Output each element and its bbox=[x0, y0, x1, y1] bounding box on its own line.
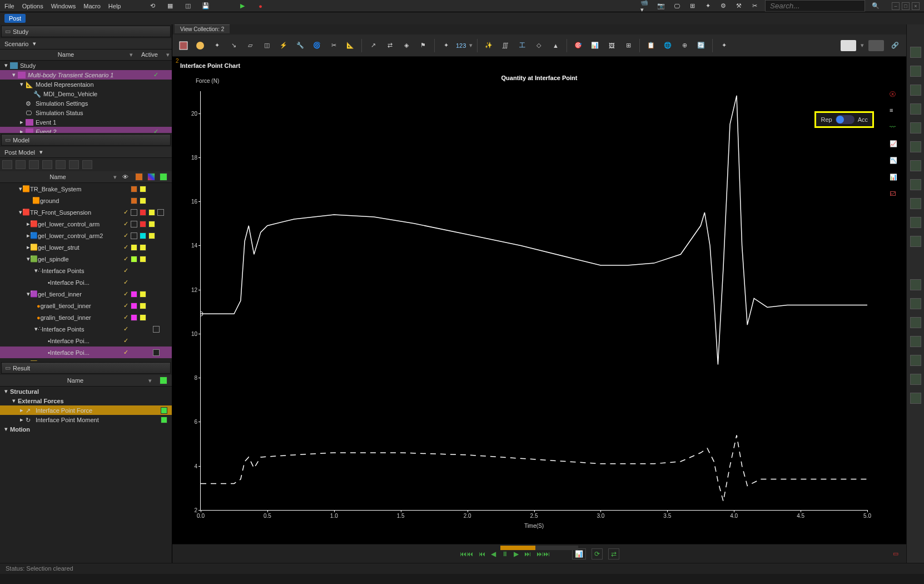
tool-icon[interactable]: 🖼 bbox=[605, 39, 618, 52]
view-tab-active[interactable]: View Collection: 2 bbox=[175, 24, 230, 33]
sphere-icon[interactable] bbox=[193, 39, 207, 52]
prev-frame-button[interactable]: ⏮ bbox=[479, 550, 485, 558]
pause-button[interactable]: ⏸ bbox=[501, 550, 508, 558]
shaded-icon[interactable] bbox=[910, 103, 921, 115]
tool-icon[interactable]: 🎯 bbox=[572, 39, 585, 52]
wave-icon[interactable] bbox=[910, 198, 921, 209]
loop-button[interactable]: ⇄ bbox=[608, 548, 619, 560]
tool-icon[interactable]: ↗ bbox=[366, 39, 380, 52]
tool-r7-icon[interactable] bbox=[910, 393, 921, 404]
tree-row-modelrep[interactable]: ▾📐Model Representaion bbox=[0, 80, 172, 89]
playback-progress[interactable] bbox=[500, 546, 578, 550]
tool-icon[interactable] bbox=[16, 160, 26, 169]
first-frame-button[interactable]: ⏮⏮ bbox=[460, 550, 473, 558]
search-icon[interactable]: 🔍 bbox=[871, 1, 881, 11]
tool-icon[interactable]: ◫ bbox=[260, 39, 274, 52]
axes-view-icon[interactable] bbox=[910, 122, 921, 133]
chevron-down-icon[interactable]: ▾ bbox=[39, 149, 43, 156]
tree-row-event1[interactable]: ▸Event 1 bbox=[0, 117, 172, 127]
curve-icon[interactable] bbox=[910, 217, 921, 228]
model-row-gralin[interactable]: ●gralin_tierod_inner✓ bbox=[0, 311, 172, 323]
collapse-icon[interactable]: ▭ bbox=[5, 364, 11, 372]
tool-c-icon[interactable]: ✂ bbox=[749, 1, 759, 11]
display-mode-a[interactable] bbox=[841, 40, 856, 51]
tool-icon[interactable]: ◈ bbox=[400, 39, 413, 52]
tool-icon[interactable]: ⊕ bbox=[678, 39, 691, 52]
tool-icon[interactable]: ✦ bbox=[717, 39, 731, 52]
result-row-motion[interactable]: ▾Motion bbox=[0, 424, 172, 434]
tree-row-simsettings[interactable]: ⚙Simulation Settings bbox=[0, 98, 172, 108]
tool-r6-icon[interactable] bbox=[910, 374, 921, 385]
tool-r1-icon[interactable] bbox=[910, 279, 921, 290]
legend-icon[interactable]: ≡ bbox=[890, 107, 901, 117]
tree-row-scenario[interactable]: ▾Multi-body Transient Scenario 1✓ bbox=[0, 70, 172, 80]
tool-icon[interactable]: ⚡ bbox=[277, 39, 290, 52]
wireframe-icon[interactable] bbox=[910, 85, 921, 96]
result-section-header[interactable]: ▭ Result bbox=[1, 362, 171, 374]
search-input[interactable] bbox=[765, 0, 865, 12]
model-row-tierod-outer[interactable]: ▸🟨gel_tierod_outer✓ bbox=[0, 358, 172, 361]
chart-type2-icon[interactable]: 📉 bbox=[890, 157, 901, 167]
record-icon[interactable]: ● bbox=[255, 1, 265, 11]
model-row-interface-points[interactable]: ▾∴Interface Points✓ bbox=[0, 265, 172, 276]
tree-row-event2[interactable]: ▸Event 2✓ bbox=[0, 127, 172, 133]
scenario-bar[interactable]: Scenario ▾ bbox=[0, 38, 172, 50]
cube-icon[interactable] bbox=[177, 39, 190, 52]
maximize-button[interactable]: □ bbox=[902, 2, 910, 10]
layout-icon[interactable]: ▦ bbox=[165, 1, 175, 11]
tree-row-vehicle[interactable]: 🔧MDI_Demo_Vehicle bbox=[0, 89, 172, 98]
tool-icon[interactable]: ✂ bbox=[327, 39, 340, 52]
last-frame-button[interactable]: ⏭⏭ bbox=[536, 550, 550, 558]
save-icon[interactable]: 💾 bbox=[201, 1, 211, 11]
tool-icon[interactable] bbox=[42, 160, 52, 169]
snapshot-icon[interactable]: 📷 bbox=[656, 1, 666, 11]
chart-type-icon[interactable]: 📈 bbox=[890, 140, 901, 150]
result-row-ipf[interactable]: ▸↗Interface Point Force bbox=[0, 405, 172, 415]
result-row-ipm[interactable]: ▸↻Interface Point Moment bbox=[0, 415, 172, 424]
display-mode-b[interactable] bbox=[868, 40, 884, 51]
tool-icon[interactable]: 🔧 bbox=[294, 39, 307, 52]
model-row-interface-poi2[interactable]: •Interface Poi...✓ bbox=[0, 335, 172, 347]
menu-macro[interactable]: Macro bbox=[83, 3, 101, 9]
model-row-ground[interactable]: 🟧ground bbox=[0, 195, 172, 206]
study-section-header[interactable]: ▭ Study bbox=[1, 26, 171, 37]
tool-icon[interactable] bbox=[29, 160, 39, 169]
model-row-gel-strut[interactable]: ▸🟨gel_lower_strut✓ bbox=[0, 241, 172, 253]
tool-r3-icon[interactable] bbox=[910, 317, 921, 328]
tool-icon[interactable]: ∭ bbox=[499, 39, 512, 52]
refresh-icon[interactable]: ⟲ bbox=[147, 1, 157, 11]
tool-icon[interactable]: 📐 bbox=[344, 39, 357, 52]
tool-icon[interactable]: 🌀 bbox=[310, 39, 324, 52]
play-icon[interactable]: ▶ bbox=[237, 1, 247, 11]
record-indicator-icon[interactable]: ▭ bbox=[893, 550, 898, 557]
tool-icon[interactable] bbox=[82, 160, 92, 169]
tool-a-icon[interactable]: ⚙ bbox=[718, 1, 728, 11]
menu-windows[interactable]: Windows bbox=[51, 3, 76, 9]
close-chart-icon[interactable]: ⓧ bbox=[890, 90, 901, 100]
tool-icon[interactable]: ↘ bbox=[227, 39, 240, 52]
tree-row-simstatus[interactable]: 🖵Simulation Status bbox=[0, 108, 172, 117]
model-row-gel-lca[interactable]: ▸🟥gel_lower_control_arm✓ bbox=[0, 218, 172, 230]
step-back-button[interactable]: ◀ bbox=[491, 550, 496, 558]
next-frame-button[interactable]: ⏭ bbox=[524, 550, 531, 558]
model-section-header[interactable]: ▭ Model bbox=[1, 134, 171, 146]
play-button[interactable]: ▶ bbox=[514, 550, 519, 558]
monitor-icon[interactable]: 🖵 bbox=[672, 1, 682, 11]
tool-icon[interactable]: ◇ bbox=[532, 39, 545, 52]
tool-icon[interactable]: ✨ bbox=[482, 39, 495, 52]
coords-icon[interactable]: ✦ bbox=[210, 39, 223, 52]
collapse-icon[interactable]: ▭ bbox=[5, 28, 11, 35]
menu-options[interactable]: Options bbox=[22, 3, 43, 9]
tool-icon[interactable]: 📊 bbox=[588, 39, 602, 52]
solid-icon[interactable] bbox=[910, 236, 921, 247]
post-button[interactable]: Post bbox=[4, 14, 26, 23]
tool-b-icon[interactable]: ⚒ bbox=[734, 1, 744, 11]
tool-icon[interactable] bbox=[56, 160, 66, 169]
box-icon[interactable] bbox=[910, 179, 921, 190]
tool-icon[interactable]: ⚑ bbox=[416, 39, 430, 52]
list-icon[interactable] bbox=[910, 141, 921, 152]
result-row-extforces[interactable]: ▾External Forces bbox=[0, 396, 172, 405]
axes-icon[interactable]: ✦ bbox=[703, 1, 713, 11]
model-row-gel-spindle[interactable]: ▾🟩gel_spindle✓ bbox=[0, 253, 172, 265]
close-button[interactable]: × bbox=[912, 2, 920, 10]
